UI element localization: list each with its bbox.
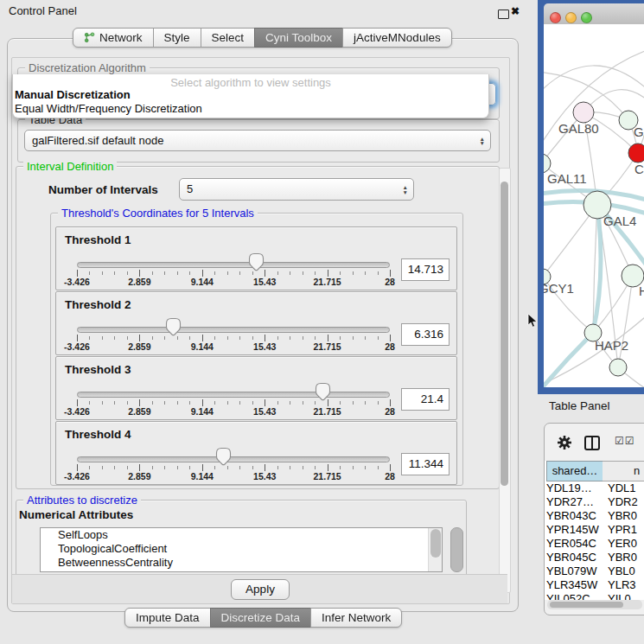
threshold-value-field[interactable]: 14.713	[401, 258, 450, 281]
slider-track[interactable]	[77, 392, 390, 398]
traffic-light-yellow-icon[interactable]	[565, 12, 577, 23]
network-window-titlebar[interactable]	[544, 3, 644, 25]
tick-mark	[303, 466, 303, 469]
table-row[interactable]: YBR043CYBR0	[545, 509, 644, 523]
table-row[interactable]: YLR345WYLR3	[545, 578, 644, 592]
page-scrollbar-thumb[interactable]	[501, 182, 508, 486]
slider-ticks	[77, 399, 390, 406]
network-node[interactable]	[609, 359, 627, 376]
tick-mark	[139, 335, 140, 341]
close-icon[interactable]: ✖	[511, 5, 520, 17]
tick-mark	[227, 401, 228, 405]
list-item[interactable]: SelfLoops	[41, 528, 442, 542]
table-row[interactable]: YBL079WYBL0	[545, 564, 644, 578]
table-row[interactable]: YBR045CYBR0	[545, 551, 644, 564]
tab-select[interactable]: Select	[201, 28, 256, 48]
number-of-intervals-combobox[interactable]: 5 ▲▼	[179, 178, 414, 201]
table-row[interactable]: YIL052CYIL0	[545, 592, 644, 600]
tick-mark	[277, 401, 278, 405]
tick-mark	[252, 466, 253, 469]
tab-discretize-data[interactable]: Discretize Data	[210, 608, 312, 628]
network-node[interactable]	[628, 143, 644, 163]
table-row[interactable]: YDL19…YDL1	[545, 481, 644, 495]
tick-label: 9.144	[191, 406, 214, 417]
list-item[interactable]: TopologicalCoefficient	[41, 542, 442, 556]
tab-cyni-toolbox[interactable]: Cyni Toolbox	[254, 28, 343, 48]
table-hscrollbar-thumb[interactable]	[550, 602, 623, 608]
tab-jactivemnodules[interactable]: jActiveMNodules	[342, 28, 452, 48]
tick-mark	[340, 336, 341, 340]
threshold-value-field[interactable]: 11.344	[401, 453, 450, 475]
tick-mark	[315, 466, 316, 469]
tick-label: 28	[385, 277, 395, 287]
attribute-items: SelfLoopsTopologicalCoefficientBetweenne…	[41, 528, 442, 570]
traffic-light-green-icon[interactable]	[581, 12, 592, 23]
tick-mark	[277, 271, 278, 275]
table-row[interactable]: YDR27…YDR2	[545, 495, 644, 509]
tick-label: 28	[385, 471, 395, 481]
tick-labels: -3.4262.8599.14415.4321.71528	[77, 471, 390, 481]
table-row[interactable]: YPR145WYPR1	[545, 523, 644, 537]
table-row[interactable]: YER054CYER0	[545, 537, 644, 551]
tick-mark	[127, 466, 128, 469]
tick-mark	[340, 466, 341, 469]
tick-mark	[139, 270, 140, 277]
slider-thumb[interactable]	[315, 382, 331, 401]
network-node[interactable]	[573, 102, 594, 123]
apply-button[interactable]: Apply	[231, 579, 290, 600]
column-header-name[interactable]: n	[603, 461, 644, 481]
stepper-arrows-icon[interactable]: ▲▼	[480, 136, 485, 145]
slider-thumb[interactable]	[215, 447, 232, 466]
slider-track[interactable]	[77, 456, 390, 462]
popup-placeholder: Select algorithm to view settings	[13, 76, 488, 89]
tick-mark	[378, 401, 379, 405]
float-window-icon[interactable]	[498, 10, 509, 19]
split-columns-icon[interactable]	[584, 436, 600, 450]
node-label: GAL11	[547, 171, 587, 186]
tab-impute-data[interactable]: Impute Data	[124, 608, 211, 628]
table-data-combobox[interactable]: galFiltered.sif default node ▲▼	[24, 130, 491, 151]
attributes-scrollbar-thumb[interactable]	[450, 527, 463, 572]
slider-thumb[interactable]	[248, 252, 265, 271]
tick-label: 15.43	[253, 406, 276, 417]
tab-style[interactable]: Style	[153, 28, 201, 48]
list-item[interactable]: BetweennessCentrality	[41, 556, 442, 570]
column-header-shared[interactable]: shared…	[546, 461, 603, 481]
tab-infer-network[interactable]: Infer Network	[310, 608, 402, 628]
gear-icon[interactable]	[557, 435, 572, 450]
network-canvas[interactable]: GAL80GACGAL11GAL4GCY1HHAP2	[544, 24, 644, 387]
traffic-light-red-icon[interactable]	[550, 12, 561, 23]
threshold-value-field[interactable]: 21.4	[401, 388, 450, 411]
stepper-arrows-icon[interactable]: ▲▼	[403, 185, 408, 194]
combo-value: galFiltered.sif default node	[32, 134, 163, 147]
cell-name: YBR0	[604, 509, 637, 523]
tick-mark	[365, 336, 366, 340]
algorithm-option[interactable]: Equal Width/Frequency Discretization	[15, 102, 487, 116]
tick-mark	[114, 336, 115, 340]
tick-mark	[239, 401, 240, 405]
tick-labels: -3.4262.8599.14415.4321.71528	[77, 406, 390, 417]
tick-mark	[164, 271, 165, 275]
node-table: shared… n YDL19…YDL1YDR27…YDR2YBR043CYBR…	[545, 461, 644, 600]
table-panel-title: Table Panel	[549, 399, 610, 412]
combo-value: 5	[187, 182, 193, 195]
threshold-value-field[interactable]: 6.316	[401, 323, 450, 346]
tab-label: Select	[212, 31, 245, 44]
list-scrollbar-thumb[interactable]	[430, 529, 441, 558]
slider-track[interactable]	[77, 262, 390, 268]
slider-track[interactable]	[77, 327, 390, 333]
algorithm-option[interactable]: Manual Discretization	[15, 88, 487, 102]
numerical-attributes-list[interactable]: SelfLoopsTopologicalCoefficientBetweenne…	[40, 527, 443, 572]
tick-mark	[239, 271, 240, 275]
tick-mark	[353, 336, 354, 340]
slider-thumb[interactable]	[165, 317, 182, 336]
checkbox-icons[interactable]: ☑☑	[615, 435, 635, 447]
tick-mark	[89, 336, 90, 340]
tick-mark	[252, 401, 253, 405]
tick-mark	[390, 399, 391, 406]
tick-mark	[390, 270, 391, 277]
tick-mark	[139, 399, 140, 406]
tick-mark	[177, 271, 178, 275]
tick-mark	[315, 271, 316, 275]
tab-network[interactable]: Network	[73, 28, 154, 48]
